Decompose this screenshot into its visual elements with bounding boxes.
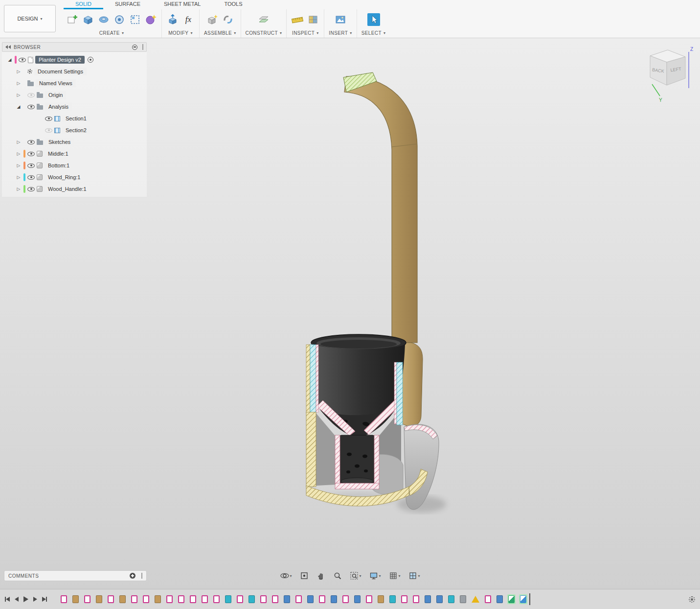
viewports-button[interactable]: ▾ <box>407 570 421 581</box>
display-settings-button[interactable]: ▾ <box>368 570 382 581</box>
timeline-feature[interactable] <box>213 595 220 603</box>
node-label[interactable]: Sketches <box>45 138 74 146</box>
timeline-feature[interactable] <box>460 595 466 603</box>
timeline-feature[interactable] <box>319 595 325 603</box>
expand-triangle-icon[interactable] <box>16 175 22 180</box>
timeline-feature[interactable] <box>520 595 526 603</box>
timeline-feature[interactable] <box>378 595 384 603</box>
timeline-feature[interactable] <box>436 595 443 603</box>
design-menu-button[interactable]: DESIGN ▾ <box>4 5 56 32</box>
play-button[interactable] <box>23 596 28 602</box>
node-label[interactable]: Analysis <box>45 103 72 111</box>
visibility-eye-icon[interactable] <box>45 117 52 121</box>
visibility-eye-icon[interactable] <box>27 175 35 180</box>
create-menu[interactable]: CREATE ▾ <box>99 30 124 36</box>
node-label[interactable]: Section1 <box>62 115 90 122</box>
skip-to-end-button[interactable] <box>42 597 47 602</box>
node-label[interactable]: Wood_Ring:1 <box>45 173 84 181</box>
visibility-eye-icon[interactable] <box>19 58 26 62</box>
construct-plane-icon[interactable] <box>257 13 270 26</box>
node-label[interactable]: Origin <box>45 91 66 99</box>
rectangular-pattern-icon[interactable] <box>129 13 141 26</box>
browser-row[interactable]: Planter Design v2 <box>2 54 147 66</box>
timeline-feature[interactable] <box>225 595 231 603</box>
timeline-feature[interactable] <box>108 595 114 603</box>
expand-triangle-icon[interactable] <box>16 140 22 144</box>
section-analysis-icon[interactable] <box>307 13 319 26</box>
fit-button[interactable]: ▾ <box>348 570 362 581</box>
timeline-feature[interactable] <box>508 595 515 603</box>
expand-triangle-icon[interactable] <box>7 57 13 62</box>
modify-menu[interactable]: MODIFY ▾ <box>168 30 193 36</box>
visibility-eye-icon[interactable] <box>27 164 35 168</box>
browser-row[interactable]: Wood_Ring:1 <box>2 171 147 183</box>
browser-row[interactable]: Sketches <box>2 136 147 148</box>
ribbon-tab[interactable]: SOLID <box>64 0 103 9</box>
timeline-feature[interactable] <box>143 595 149 603</box>
visibility-eye-icon[interactable] <box>45 128 52 133</box>
timeline-feature[interactable] <box>331 595 337 603</box>
browser-row[interactable]: Section1 <box>2 113 147 124</box>
viewport-canvas[interactable]: BROWSER Planter Design v2 <box>0 38 700 589</box>
insert-menu[interactable]: INSERT ▾ <box>329 30 352 36</box>
timeline-feature[interactable] <box>485 595 491 603</box>
visibility-eye-icon[interactable] <box>27 152 35 156</box>
timeline-feature[interactable] <box>401 595 407 603</box>
browser-row[interactable]: Analysis <box>2 101 147 113</box>
timeline-feature[interactable] <box>155 595 161 603</box>
orbit-button[interactable]: ▾ <box>279 570 293 581</box>
timeline-feature[interactable] <box>448 595 454 603</box>
timeline-feature[interactable] <box>119 595 126 603</box>
zoom-button[interactable] <box>332 570 342 581</box>
coil-icon[interactable] <box>113 13 126 26</box>
change-parameters-icon[interactable]: fx <box>182 13 195 26</box>
timeline-feature[interactable] <box>131 595 137 603</box>
create-form-icon[interactable] <box>144 13 157 26</box>
timeline-feature[interactable] <box>366 595 372 603</box>
collapse-browser-icon[interactable] <box>5 45 11 49</box>
timeline-feature[interactable] <box>307 595 314 603</box>
timeline-feature[interactable] <box>61 595 67 603</box>
measure-icon[interactable] <box>291 13 304 26</box>
timeline-position-marker[interactable] <box>529 593 530 605</box>
timeline-feature[interactable] <box>190 595 196 603</box>
timeline-feature[interactable] <box>202 595 208 603</box>
browser-row[interactable]: Middle:1 <box>2 148 147 160</box>
node-label[interactable]: Document Settings <box>34 68 87 75</box>
timeline-feature[interactable] <box>354 595 361 603</box>
visibility-eye-icon[interactable] <box>27 93 35 97</box>
ribbon-tab[interactable]: SHEET METAL <box>152 0 212 9</box>
ribbon-tab[interactable]: TOOLS <box>212 0 254 9</box>
add-comment-icon[interactable] <box>130 573 135 579</box>
skip-to-start-button[interactable] <box>5 597 10 602</box>
node-label[interactable]: Wood_Handle:1 <box>45 185 90 193</box>
expand-triangle-icon[interactable] <box>16 93 22 97</box>
browser-row[interactable]: Named Views <box>2 77 147 89</box>
new-component-icon[interactable] <box>206 13 219 26</box>
timeline-feature[interactable] <box>166 595 173 603</box>
timeline-feature[interactable] <box>472 596 479 603</box>
visibility-eye-icon[interactable] <box>27 187 35 191</box>
browser-row[interactable]: Origin <box>2 89 147 101</box>
timeline-feature[interactable] <box>284 595 290 603</box>
browser-drag-handle[interactable] <box>142 44 143 50</box>
node-label[interactable]: Section2 <box>62 126 90 134</box>
look-at-button[interactable] <box>298 570 309 581</box>
timeline-feature[interactable] <box>272 595 278 603</box>
timeline-feature[interactable] <box>84 595 90 603</box>
browser-minimize-icon[interactable] <box>132 45 137 50</box>
timeline-feature[interactable] <box>389 595 396 603</box>
timeline-feature[interactable] <box>96 595 102 603</box>
step-back-button[interactable] <box>15 597 19 602</box>
timeline-feature[interactable] <box>260 595 267 603</box>
visibility-eye-icon[interactable] <box>27 140 35 144</box>
step-forward-button[interactable] <box>33 597 37 602</box>
node-label[interactable]: Planter Design v2 <box>35 56 85 64</box>
browser-row[interactable]: Bottom:1 <box>2 160 147 171</box>
select-icon[interactable] <box>366 12 382 27</box>
expand-triangle-icon[interactable] <box>16 163 22 168</box>
expand-triangle-icon[interactable] <box>16 104 22 109</box>
insert-image-icon[interactable] <box>334 13 347 26</box>
activate-component-radio[interactable] <box>88 57 93 63</box>
node-label[interactable]: Named Views <box>36 79 76 87</box>
